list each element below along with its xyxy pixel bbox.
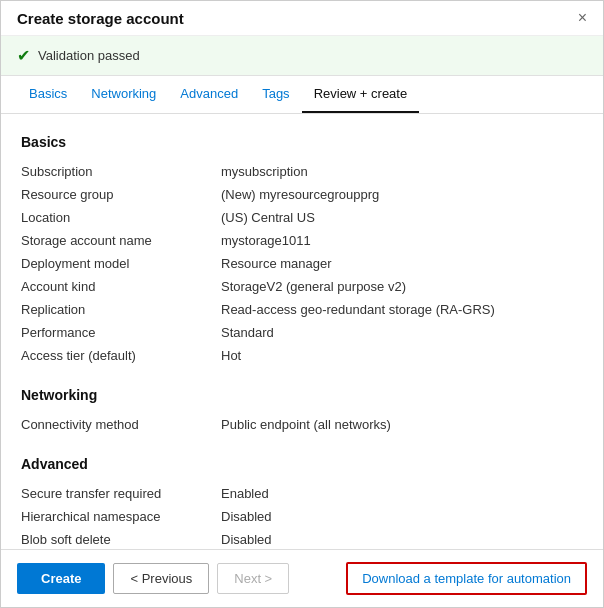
label-access-tier: Access tier (default) (21, 344, 221, 367)
table-row: Hierarchical namespace Disabled (21, 505, 583, 528)
table-row: Connectivity method Public endpoint (all… (21, 413, 583, 436)
label-storage-account-name: Storage account name (21, 229, 221, 252)
value-blob-soft-delete: Disabled (221, 528, 583, 549)
table-row: Blob soft delete Disabled (21, 528, 583, 549)
table-row: Deployment model Resource manager (21, 252, 583, 275)
table-row: Location (US) Central US (21, 206, 583, 229)
tab-bar: Basics Networking Advanced Tags Review +… (1, 76, 603, 114)
label-hierarchical-namespace: Hierarchical namespace (21, 505, 221, 528)
tab-tags[interactable]: Tags (250, 76, 301, 113)
label-performance: Performance (21, 321, 221, 344)
value-hierarchical-namespace: Disabled (221, 505, 583, 528)
advanced-section: Advanced Secure transfer required Enable… (21, 456, 583, 549)
label-subscription: Subscription (21, 160, 221, 183)
check-icon: ✔ (17, 46, 30, 65)
table-row: Resource group (New) myresourcegroupprg (21, 183, 583, 206)
tab-advanced[interactable]: Advanced (168, 76, 250, 113)
tab-networking[interactable]: Networking (79, 76, 168, 113)
basics-section: Basics Subscription mysubscription Resou… (21, 134, 583, 367)
value-subscription: mysubscription (221, 160, 583, 183)
download-template-button[interactable]: Download a template for automation (346, 562, 587, 595)
close-button[interactable]: × (578, 9, 587, 27)
table-row: Access tier (default) Hot (21, 344, 583, 367)
table-row: Subscription mysubscription (21, 160, 583, 183)
validation-text: Validation passed (38, 48, 140, 63)
next-button: Next > (217, 563, 289, 594)
table-row: Secure transfer required Enabled (21, 482, 583, 505)
value-deployment-model: Resource manager (221, 252, 583, 275)
label-deployment-model: Deployment model (21, 252, 221, 275)
table-row: Performance Standard (21, 321, 583, 344)
table-row: Storage account name mystorage1011 (21, 229, 583, 252)
value-secure-transfer: Enabled (221, 482, 583, 505)
table-row: Replication Read-access geo-redundant st… (21, 298, 583, 321)
basics-table: Subscription mysubscription Resource gro… (21, 160, 583, 367)
label-replication: Replication (21, 298, 221, 321)
tab-basics[interactable]: Basics (17, 76, 79, 113)
footer: Create < Previous Next > Download a temp… (1, 549, 603, 607)
tab-review-create[interactable]: Review + create (302, 76, 420, 113)
value-access-tier: Hot (221, 344, 583, 367)
window-title: Create storage account (17, 10, 184, 27)
label-location: Location (21, 206, 221, 229)
title-bar: Create storage account × (1, 1, 603, 36)
label-connectivity-method: Connectivity method (21, 413, 221, 436)
label-blob-soft-delete: Blob soft delete (21, 528, 221, 549)
value-account-kind: StorageV2 (general purpose v2) (221, 275, 583, 298)
advanced-table: Secure transfer required Enabled Hierarc… (21, 482, 583, 549)
create-storage-account-window: Create storage account × ✔ Validation pa… (0, 0, 604, 608)
networking-section-title: Networking (21, 387, 583, 403)
value-resource-group: (New) myresourcegroupprg (221, 183, 583, 206)
basics-section-title: Basics (21, 134, 583, 150)
value-location: (US) Central US (221, 206, 583, 229)
value-performance: Standard (221, 321, 583, 344)
networking-table: Connectivity method Public endpoint (all… (21, 413, 583, 436)
table-row: Account kind StorageV2 (general purpose … (21, 275, 583, 298)
create-button[interactable]: Create (17, 563, 105, 594)
value-replication: Read-access geo-redundant storage (RA-GR… (221, 298, 583, 321)
label-resource-group: Resource group (21, 183, 221, 206)
value-storage-account-name: mystorage1011 (221, 229, 583, 252)
value-connectivity-method: Public endpoint (all networks) (221, 413, 583, 436)
label-secure-transfer: Secure transfer required (21, 482, 221, 505)
label-account-kind: Account kind (21, 275, 221, 298)
content-area: Basics Subscription mysubscription Resou… (1, 114, 603, 549)
previous-button[interactable]: < Previous (113, 563, 209, 594)
advanced-section-title: Advanced (21, 456, 583, 472)
validation-banner: ✔ Validation passed (1, 36, 603, 76)
networking-section: Networking Connectivity method Public en… (21, 387, 583, 436)
